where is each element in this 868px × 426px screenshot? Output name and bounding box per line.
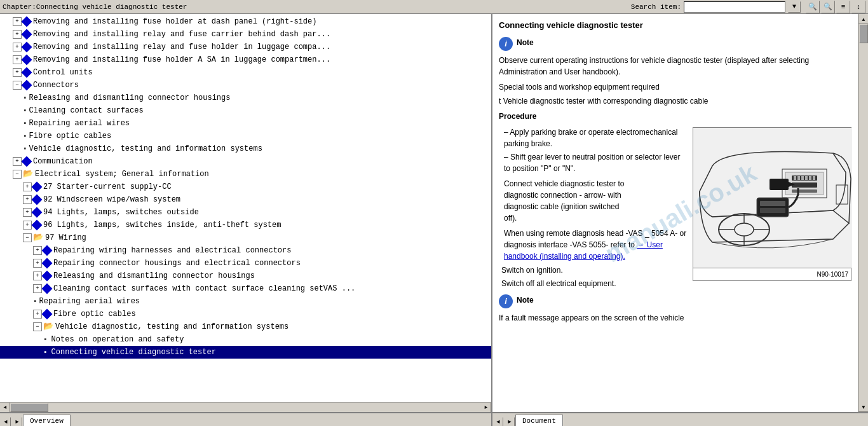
list-item[interactable]: ▪ Notes on operation and safety [0,333,491,346]
procedure-heading: Procedure [499,111,851,122]
note-icon-1: i [499,37,513,51]
tab-document[interactable]: Document [515,415,563,426]
list-item[interactable]: ▪ Repairing aerial wires [0,295,491,308]
expand-icon[interactable]: + [33,284,42,293]
expand-icon[interactable]: + [33,246,42,255]
expand-icon[interactable]: + [13,55,22,64]
doc-icon: ▪ [23,105,27,116]
svg-rect-11 [792,189,817,193]
expand-icon[interactable]: + [33,271,42,280]
list-item[interactable]: + 92 Windscreen wipe/wash system [0,193,491,206]
expand-icon[interactable]: + [23,208,32,217]
svg-rect-10 [792,182,817,188]
scroll-thumb[interactable] [10,403,48,412]
tab-nav-right-next[interactable]: ► [505,417,515,426]
expand-icon[interactable]: − [13,170,22,179]
list-item[interactable]: + Removing and installing relay and fuse… [0,28,491,41]
scroll-left-btn[interactable]: ◄ [0,402,10,413]
toolbar-icons: 🔍 🔍 ≡ ↕ [806,1,865,13]
svg-rect-23 [757,198,789,217]
list-item[interactable]: ▪ Fibre optic cables [0,130,491,142]
list-item[interactable]: + Repairing connector housings and elect… [0,257,491,270]
scroll-track-v[interactable] [858,24,868,402]
diamond-icon [22,55,32,65]
diamond-icon [32,207,43,218]
folder-open-icon: 📂 [23,168,33,180]
expand-icon[interactable]: − [13,81,22,90]
list-item[interactable]: ▪ Vehicle diagnostic, testing and inform… [0,142,491,155]
tab-overview-label: Overview [30,417,64,425]
expand-icon[interactable]: + [33,310,42,319]
expand-icon[interactable]: + [13,157,22,166]
svg-rect-25 [760,208,785,213]
expand-icon[interactable]: − [23,233,32,242]
scroll-down-btn[interactable]: ▼ [858,402,868,412]
list-item[interactable]: ▪ Connecting vehicle diagnostic tester [0,346,491,359]
title-bar: Chapter:Connecting vehicle diagnostic te… [0,0,868,14]
list-item[interactable]: + Control units [0,66,491,79]
list-item[interactable]: + Communication [0,155,491,168]
note-text-2: If a fault message appears on the screen… [499,312,688,324]
search-next-btn[interactable]: 🔍 [821,1,835,13]
left-panel: + Removing and installing fuse holder at… [0,14,492,412]
list-item[interactable]: + 96 Lights, lamps, switches inside, ant… [0,219,491,231]
expand-icon[interactable]: + [13,17,22,26]
right-tabs: ◄ ► Document [492,413,868,426]
tab-nav-left-next[interactable]: ► [12,417,22,426]
expand-icon[interactable]: + [13,43,22,52]
search-prev-btn[interactable]: 🔍 [806,1,820,13]
document-content[interactable]: manuali.co.uk Connecting vehicle diagnos… [492,14,858,412]
expand-icon[interactable]: + [23,182,32,191]
search-input[interactable] [684,1,785,13]
diamond-icon [42,271,53,282]
list-item[interactable]: ▪ Cleaning contact surfaces [0,104,491,117]
list-item[interactable]: − Connectors [0,79,491,92]
list-item[interactable]: ▪ Releasing and dismantling connector ho… [0,92,491,104]
list-item[interactable]: + Fibre optic cables [0,308,491,320]
tool-text: t Vehicle diagnostic tester with corresp… [499,95,851,107]
diagram-inner: ↑ [693,128,852,268]
svg-rect-16 [809,176,811,180]
tab-overview[interactable]: Overview [23,415,71,426]
list-item[interactable]: − 📂 Electrical system; General informati… [0,168,491,181]
scroll-right-btn[interactable]: ► [481,402,491,413]
tree-view[interactable]: + Removing and installing fuse holder at… [0,14,491,402]
list-item[interactable]: + Releasing and dismantling connector ho… [0,270,491,282]
list-item[interactable]: + Removing and installing relay and fuse… [0,41,491,53]
list-item[interactable]: + Cleaning contact surfaces with contact… [0,282,491,295]
svg-rect-12 [794,176,796,180]
diamond-icon [22,29,32,40]
expand-icon[interactable]: + [23,221,32,230]
list-item[interactable]: + 27 Starter-current supply-CC [0,181,491,193]
menu-btn[interactable]: ≡ [836,1,850,13]
scroll-thumb-v[interactable] [859,24,868,43]
list-item[interactable]: + Removing and installing fuse holder at… [0,15,491,28]
list-item[interactable]: + 94 Lights, lamps, switches outside [0,206,491,219]
note-content-2: Note [517,294,534,306]
note-label-1: Note [517,37,534,48]
list-item[interactable]: ▪ Repairing aerial wires [0,117,491,130]
scroll-up-btn[interactable]: ▲ [858,14,868,24]
connect-text-1: Connect vehicle diagnostic tester to [504,179,624,188]
split-btn[interactable]: ↕ [851,1,865,13]
right-scrollbar[interactable]: ▲ ▼ [858,14,868,412]
expand-icon[interactable]: − [33,322,42,331]
horizontal-scrollbar[interactable]: ◄ ► [0,402,491,412]
bottom-tabs: ◄ ► Overview ◄ ► Document [0,412,868,426]
expand-icon[interactable]: + [13,30,22,39]
scroll-track[interactable] [10,402,481,413]
list-item[interactable]: − 📂 97 Wiring [0,231,491,244]
expand-icon[interactable]: + [33,259,42,268]
tab-nav-right-prev[interactable]: ◄ [493,417,503,426]
list-item[interactable]: + Repairing wiring harnesses and electri… [0,244,491,257]
window-title: Chapter:Connecting vehicle diagnostic te… [3,3,631,11]
expand-icon[interactable]: + [23,195,32,204]
list-item[interactable]: − 📂 Vehicle diagnostic, testing and info… [0,320,491,333]
tab-nav-left-prev[interactable]: ◄ [1,417,11,426]
search-dropdown[interactable]: ▼ [788,1,801,13]
list-item[interactable]: + Removing and installing fuse holder A … [0,53,491,66]
diamond-icon [32,195,43,205]
search-area: Search item: ▼ 🔍 🔍 ≡ ↕ [631,1,865,13]
expand-icon[interactable]: + [13,68,22,77]
special-tools-label: Special tools and workshop equipment req… [499,81,851,93]
